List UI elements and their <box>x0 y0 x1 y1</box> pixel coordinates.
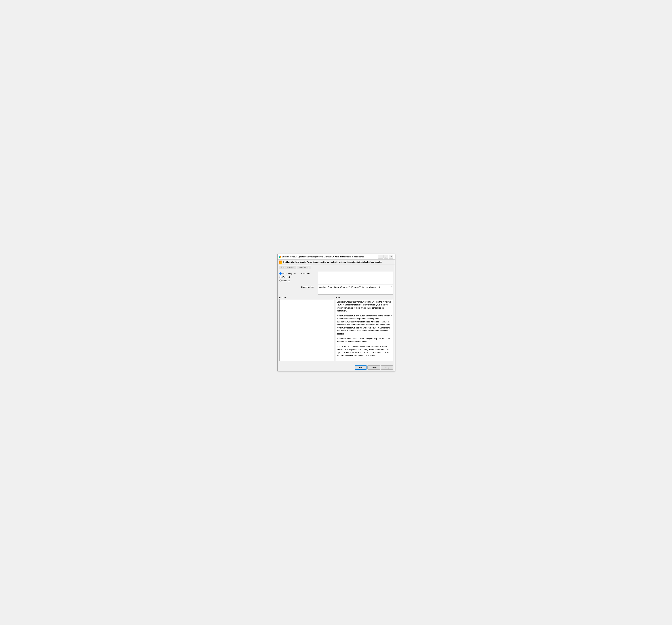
next-setting-button[interactable]: Next Setting <box>297 266 311 269</box>
not-configured-option[interactable]: Not Configured <box>280 272 299 275</box>
not-configured-radio[interactable] <box>280 272 282 274</box>
supported-on-value: Windows Server 2008, Windows 7, Windows … <box>319 286 380 288</box>
content-area: Not Configured Enabled Disabled Comment: <box>278 270 394 364</box>
options-box <box>280 299 334 361</box>
help-box: Specifies whether the Windows Update wil… <box>336 299 393 361</box>
toolbar: Previous Setting Next Setting <box>278 265 394 270</box>
previous-setting-button[interactable]: Previous Setting <box>279 266 296 269</box>
not-configured-label: Not Configured <box>283 272 296 275</box>
help-text: Specifies whether the Windows Update wil… <box>337 301 392 357</box>
window-controls: — ☐ ✕ <box>378 255 393 259</box>
help-panel: Help: Specifies whether the Windows Upda… <box>336 296 393 361</box>
main-window: Enabling Windows Update Power Management… <box>278 254 395 371</box>
supported-on-row: Supported on: Windows Server 2008, Windo… <box>301 285 393 294</box>
close-button[interactable]: ✕ <box>389 255 393 259</box>
comment-label: Comment: <box>301 272 317 274</box>
comment-row: Comment: <box>301 272 393 284</box>
top-section: Not Configured Enabled Disabled Comment: <box>280 272 393 294</box>
window-icon <box>279 256 281 258</box>
help-label: Help: <box>336 296 393 299</box>
supported-on-box: Windows Server 2008, Windows 7, Windows … <box>318 285 393 294</box>
bottom-bar: OK Cancel Apply <box>278 364 394 371</box>
policy-icon <box>279 261 282 264</box>
cancel-button[interactable]: Cancel <box>367 365 380 369</box>
help-paragraph-3: Windows update will also wake the system… <box>337 337 392 343</box>
options-panel: Options: <box>280 296 334 361</box>
header-title: Enabling Windows Update Power Management… <box>283 261 393 263</box>
svg-rect-3 <box>280 257 281 258</box>
apply-button[interactable]: Apply <box>381 365 393 369</box>
ok-button[interactable]: OK <box>355 365 366 370</box>
svg-rect-1 <box>280 256 281 257</box>
help-paragraph-4: The system will not wake unless there ar… <box>337 345 392 357</box>
scroll-down-arrow: ▼ <box>391 293 392 294</box>
comment-textarea[interactable] <box>318 272 393 284</box>
options-label: Options: <box>280 296 334 299</box>
disabled-option[interactable]: Disabled <box>280 280 299 282</box>
maximize-button[interactable]: ☐ <box>383 255 388 259</box>
disabled-label: Disabled <box>283 280 290 282</box>
enabled-label: Enabled <box>283 276 290 278</box>
disabled-radio[interactable] <box>280 280 282 282</box>
svg-rect-0 <box>279 256 280 257</box>
enabled-radio[interactable] <box>280 276 282 278</box>
minimize-button[interactable]: — <box>378 255 383 259</box>
scroll-up-arrow: ▲ <box>391 286 392 287</box>
svg-rect-2 <box>279 257 280 258</box>
supported-on-label: Supported on: <box>301 285 317 288</box>
scroll-indicator: ▲ ▼ <box>390 286 392 294</box>
help-paragraph-2: Windows Update will only automatically w… <box>337 314 392 335</box>
help-paragraph-1: Specifies whether the Windows Update wil… <box>337 301 392 312</box>
header-bar: Enabling Windows Update Power Management… <box>278 260 394 265</box>
title-bar: Enabling Windows Update Power Management… <box>278 254 394 260</box>
radio-group: Not Configured Enabled Disabled <box>280 272 299 294</box>
enabled-option[interactable]: Enabled <box>280 276 299 278</box>
middle-section: Options: Help: Specifies whether the Win… <box>280 296 393 361</box>
right-section: Comment: Supported on: Windows Server 20… <box>301 272 393 294</box>
window-title: Enabling Windows Update Power Management… <box>282 256 377 258</box>
